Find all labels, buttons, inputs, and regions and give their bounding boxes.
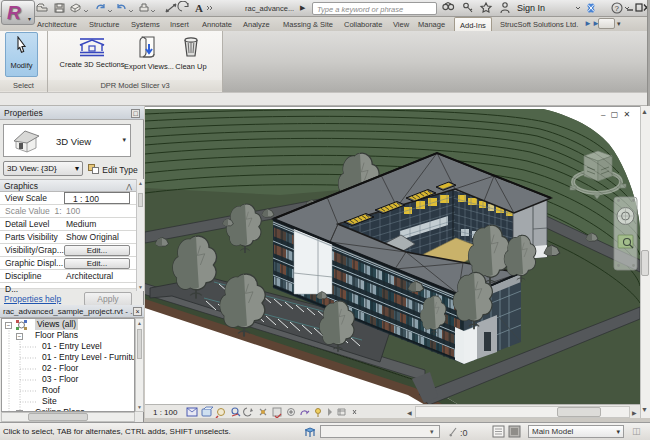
- svg-text:?: ?: [615, 4, 620, 13]
- svg-text:Sign In: Sign In: [517, 3, 545, 13]
- svg-text:A: A: [195, 2, 203, 14]
- svg-text::0: :0: [460, 428, 468, 438]
